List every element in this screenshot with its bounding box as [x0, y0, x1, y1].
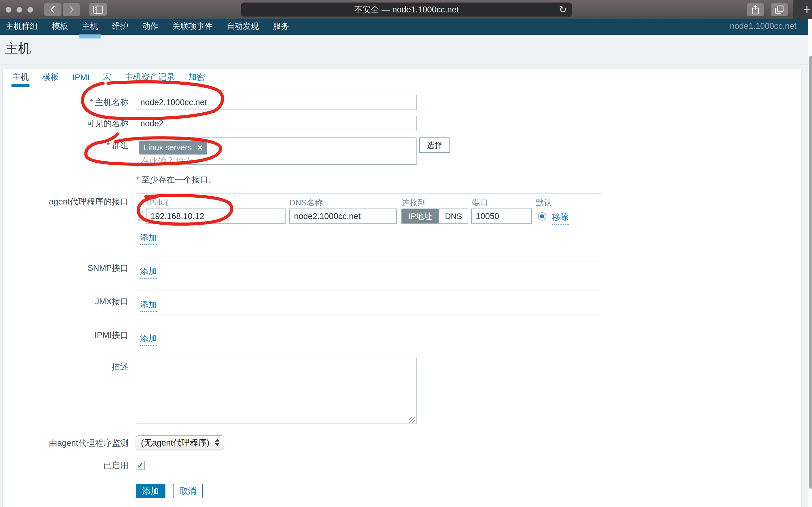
- ipmi-interface-box: 添加: [136, 324, 601, 349]
- page-title: 主机: [5, 40, 31, 57]
- groups-multiselect[interactable]: Linux servers ✕ 在此输入搜索: [136, 137, 417, 165]
- back-button[interactable]: [44, 3, 61, 16]
- ip-column-header: IP地址: [147, 198, 171, 208]
- title-divider: [0, 64, 808, 65]
- proxy-select-value: (无agent代理程序): [141, 437, 210, 448]
- monitored-by-row: 由agent代理程序监测 (无agent代理程序): [3, 435, 801, 451]
- host-name-label: 主机名称: [95, 98, 128, 107]
- snmp-interface-label: SNMP接口: [3, 257, 128, 273]
- visible-name-row: 可见的名称: [3, 116, 801, 131]
- tab-templates[interactable]: 模板: [42, 71, 60, 87]
- menu-item-event-correlation[interactable]: 关联项事件: [171, 21, 214, 35]
- remove-interface-link[interactable]: 移除: [552, 212, 569, 225]
- enabled-row: 已启用 ✓: [3, 458, 801, 473]
- menu-item-actions[interactable]: 动作: [141, 21, 160, 35]
- connect-ip-option[interactable]: IP地址: [402, 209, 439, 223]
- groups-row: *群组 Linux servers ✕ 在此输入搜索 选择: [3, 137, 801, 165]
- scrollbar-thumb[interactable]: [809, 56, 812, 489]
- address-bar[interactable]: 不安全 — node1.1000cc.net ↻: [241, 2, 572, 17]
- minimize-window-button[interactable]: [16, 7, 22, 13]
- page-content: 主机 主机 模板 IPMI 宏 主机资产记录 加密 *主机名称 可见的名称 *群…: [0, 35, 808, 507]
- default-interface-radio[interactable]: [538, 212, 546, 221]
- chevron-right-icon: [68, 5, 74, 14]
- required-asterisk: *: [90, 98, 93, 107]
- zabbix-main-menu: 主机群组 模板 主机 维护 动作 关联项事件 自动发现 服务 node1.100…: [0, 19, 808, 35]
- jmx-interface-row: JMX接口 添加: [3, 290, 801, 316]
- menu-item-hostgroups[interactable]: 主机群组: [4, 21, 39, 35]
- group-tag: Linux servers ✕: [140, 140, 207, 155]
- enabled-label: 已启用: [3, 458, 128, 473]
- remove-tag-icon[interactable]: ✕: [197, 144, 203, 152]
- agent-interface-row: agent代理程序的接口 IP地址 DNS名称 连接到 端口 默认 IP地址: [3, 193, 801, 248]
- port-column-header: 端口: [472, 198, 488, 208]
- menu-item-hosts[interactable]: 主机: [81, 21, 99, 35]
- menu-item-discovery[interactable]: 自动发现: [225, 21, 260, 35]
- zoom-window-button[interactable]: [27, 7, 33, 13]
- form-tabs: 主机 模板 IPMI 宏 主机资产记录 加密: [3, 69, 801, 87]
- tabs-icon: [775, 5, 784, 14]
- connect-dns-option[interactable]: DNS: [439, 209, 468, 223]
- host-name-input[interactable]: [136, 95, 417, 110]
- window-controls: [6, 7, 33, 13]
- cancel-button[interactable]: 取消: [173, 484, 203, 498]
- add-agent-interface-link[interactable]: 添加: [140, 232, 157, 245]
- description-row: 描述: [3, 358, 801, 426]
- select-group-button[interactable]: 选择: [419, 137, 450, 153]
- dns-column-header: DNS名称: [289, 198, 323, 208]
- tab-overview-button[interactable]: [771, 3, 788, 16]
- sidebar-toggle-button[interactable]: [90, 3, 107, 16]
- tab-inventory[interactable]: 主机资产记录: [124, 71, 176, 87]
- connect-to-toggle: IP地址 DNS: [401, 209, 469, 224]
- description-textarea[interactable]: [136, 358, 417, 424]
- form-actions-row: 添加 取消: [3, 484, 801, 498]
- required-asterisk: *: [106, 140, 110, 150]
- menu-item-maintenance[interactable]: 维护: [111, 21, 129, 35]
- reload-icon[interactable]: ↻: [559, 4, 567, 15]
- server-name-label: node1.1000cc.net: [730, 21, 797, 31]
- visible-name-label: 可见的名称: [3, 116, 128, 131]
- plus-icon: +: [803, 2, 811, 17]
- menu-item-templates[interactable]: 模板: [51, 21, 69, 35]
- snmp-interface-row: SNMP接口 添加: [3, 257, 801, 282]
- enabled-checkbox[interactable]: ✓: [136, 461, 145, 470]
- browser-toolbar: 不安全 — node1.1000cc.net ↻ +: [0, 0, 812, 19]
- agent-interface-box: IP地址 DNS名称 连接到 端口 默认 IP地址 DNS: [136, 193, 601, 248]
- interface-port-input[interactable]: [471, 209, 532, 224]
- new-tab-button[interactable]: +: [793, 0, 812, 19]
- address-bar-text: 不安全 — node1.1000cc.net: [354, 4, 459, 15]
- interface-required-note: *至少存在一个接口。: [136, 174, 801, 185]
- tab-encryption[interactable]: 加密: [188, 71, 206, 87]
- drag-handle-icon[interactable]: [139, 211, 144, 228]
- default-column-header: 默认: [536, 198, 552, 208]
- proxy-select[interactable]: (无agent代理程序): [136, 435, 224, 450]
- add-jmx-interface-link[interactable]: 添加: [140, 299, 157, 312]
- select-arrows-icon: [215, 439, 219, 446]
- host-name-row: *主机名称: [3, 95, 801, 110]
- share-button[interactable]: [747, 3, 764, 16]
- connect-to-column-header: 连接到: [402, 198, 426, 208]
- description-label: 描述: [3, 358, 128, 372]
- required-asterisk: *: [136, 175, 139, 184]
- group-tag-label: Linux servers: [144, 143, 192, 152]
- visible-name-input[interactable]: [136, 116, 417, 131]
- jmx-interface-box: 添加: [136, 290, 601, 316]
- interface-dns-input[interactable]: [289, 209, 397, 224]
- add-host-button[interactable]: 添加: [136, 484, 165, 498]
- tab-macros[interactable]: 宏: [102, 71, 112, 87]
- ipmi-interface-row: IPMI接口 添加: [3, 324, 801, 349]
- forward-button[interactable]: [63, 3, 80, 16]
- groups-search-placeholder: 在此输入搜索: [141, 156, 193, 167]
- monitored-by-label: 由agent代理程序监测: [3, 435, 128, 451]
- add-snmp-interface-link[interactable]: 添加: [140, 266, 157, 279]
- tab-ipmi[interactable]: IPMI: [72, 73, 90, 87]
- agent-interface-label: agent代理程序的接口: [3, 193, 128, 207]
- groups-label: 群组: [112, 140, 128, 150]
- ipmi-interface-label: IPMI接口: [3, 324, 128, 340]
- close-window-button[interactable]: [6, 7, 11, 13]
- interface-ip-input[interactable]: [146, 209, 285, 224]
- menu-item-services[interactable]: 服务: [272, 21, 290, 35]
- tab-host[interactable]: 主机: [11, 71, 30, 87]
- share-icon: [752, 5, 759, 14]
- add-ipmi-interface-link[interactable]: 添加: [140, 333, 157, 346]
- chevron-left-icon: [50, 5, 56, 14]
